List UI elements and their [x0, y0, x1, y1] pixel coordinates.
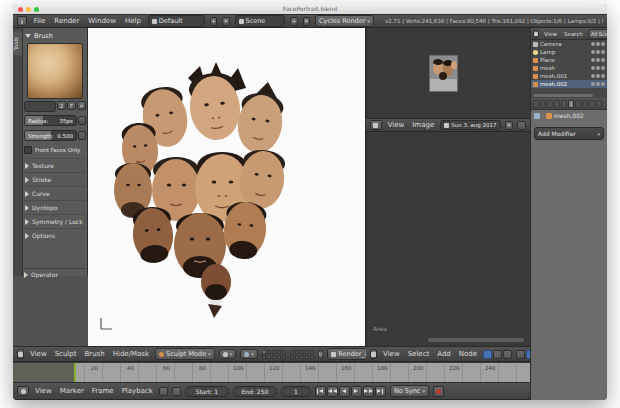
layer-cell[interactable] [295, 355, 299, 359]
jump-to-end-button[interactable] [375, 386, 386, 397]
menu-timeline-view[interactable]: View [33, 387, 54, 395]
panel-curve[interactable]: Curve [24, 186, 86, 200]
image-editor-canvas[interactable] [366, 28, 530, 118]
layer-cell[interactable] [277, 350, 281, 354]
layer-cell[interactable] [295, 350, 299, 354]
front-faces-only-row[interactable]: Front Faces Only [24, 146, 86, 154]
outliner-row-mesh[interactable]: mesh [531, 64, 607, 72]
renderability-icon[interactable] [601, 66, 605, 70]
renderability-icon[interactable] [601, 74, 605, 78]
layer-cell[interactable] [262, 350, 266, 354]
node-backdrop-toggle[interactable] [516, 350, 525, 359]
panel-dyntopo[interactable]: Dyntopo [24, 200, 86, 214]
screen-layout-add-button[interactable]: + [210, 17, 217, 26]
image-datablock-selector[interactable]: Sun 3. aug 2017 [440, 120, 500, 130]
layer-cell[interactable] [272, 355, 276, 359]
brush-unlink-button[interactable]: ✕ [77, 101, 86, 110]
selectability-icon[interactable] [596, 50, 600, 54]
selectability-icon[interactable] [596, 74, 600, 78]
renderability-icon[interactable] [601, 50, 605, 54]
snap-magnet-toggle[interactable]: U [318, 350, 324, 359]
layer-cell[interactable] [310, 350, 314, 354]
tab-scene[interactable] [547, 100, 553, 108]
add-modifier-button[interactable]: Add Modifier ▾ [534, 127, 604, 140]
preview-range-toggle[interactable] [159, 387, 168, 396]
next-keyframe-button[interactable] [363, 386, 374, 397]
tab-object[interactable] [561, 100, 567, 108]
lock-frame-toggle[interactable] [172, 387, 181, 396]
strength-pressure-toggle[interactable] [78, 131, 86, 140]
strength-slider[interactable]: Strength: 0.500 [24, 130, 77, 141]
menu-node-select[interactable]: Select [406, 350, 432, 358]
scene-selector[interactable]: Scene [235, 15, 286, 27]
layer-cell[interactable] [305, 350, 309, 354]
visibility-eye-icon[interactable] [591, 58, 595, 62]
menu-playback[interactable]: Playback [120, 387, 155, 395]
layer-cell[interactable] [310, 355, 314, 359]
menu-node-add[interactable]: Add [435, 350, 453, 358]
end-frame-field[interactable]: End: 250 [233, 386, 277, 397]
panel-stroke[interactable]: Stroke [24, 172, 86, 186]
menu-node[interactable]: Node [457, 350, 479, 358]
visibility-eye-icon[interactable] [591, 42, 595, 46]
menu-file[interactable]: File [32, 17, 48, 25]
selectability-icon[interactable] [596, 82, 600, 86]
layer-buttons-group-1[interactable] [262, 350, 286, 359]
menu-help[interactable]: Help [123, 17, 143, 25]
outliner-row-camera[interactable]: Camera [531, 40, 607, 48]
menu-node-view[interactable]: View [381, 350, 402, 358]
radius-slider[interactable]: Radius: 35px [24, 115, 77, 126]
layer-cell[interactable] [282, 350, 286, 354]
image-unlink-button[interactable]: ✕ [505, 121, 514, 130]
outliner-display-mode[interactable]: All Scenes [588, 29, 607, 39]
front-faces-only-checkbox[interactable] [24, 146, 32, 154]
editor-type-node-icon[interactable] [370, 349, 377, 359]
visibility-eye-icon[interactable] [591, 66, 595, 70]
prev-keyframe-button[interactable] [327, 386, 338, 397]
menu-sculpt[interactable]: Sculpt [53, 350, 79, 358]
tab-object-data[interactable] [575, 100, 581, 108]
play-reverse-button[interactable] [339, 386, 350, 397]
editor-type-image-icon[interactable] [370, 120, 382, 130]
panel-texture[interactable]: Texture [24, 158, 86, 172]
menu-outliner-view[interactable]: View [542, 31, 559, 37]
layer-cell[interactable] [300, 355, 304, 359]
renderability-icon[interactable] [601, 82, 605, 86]
renderability-icon[interactable] [601, 58, 605, 62]
node-editor-canvas[interactable]: Area [366, 132, 530, 346]
layer-cell[interactable] [300, 350, 304, 354]
pivot-point-selector[interactable]: ▾ [240, 349, 258, 359]
tree-type-shader-button[interactable] [483, 350, 492, 359]
layer-cell[interactable] [282, 355, 286, 359]
tab-modifiers[interactable] [568, 100, 574, 108]
menu-image[interactable]: Image [410, 121, 436, 129]
tab-render[interactable] [533, 100, 539, 108]
current-frame-marker[interactable] [74, 363, 76, 383]
scene-delete-button[interactable]: ✕ [303, 17, 310, 26]
timeline-ruler[interactable]: 20 40 60 80 100 120 140 160 180 200 220 … [13, 362, 530, 382]
outliner-row-mesh-001[interactable]: mesh.001 [531, 72, 607, 80]
panel-symmetry-lock[interactable]: Symmetry / Lock [24, 214, 86, 228]
operator-panel-header[interactable]: Operator [24, 268, 86, 278]
brush-fake-user-button[interactable]: F [67, 101, 76, 110]
sync-mode-selector[interactable]: No Sync ▾ [390, 385, 429, 397]
selectability-icon[interactable] [596, 58, 600, 62]
auto-keyframe-record-button[interactable] [433, 386, 444, 397]
selectability-icon[interactable] [596, 66, 600, 70]
brush-panel-header[interactable]: Brush [24, 30, 86, 42]
editor-type-3dview-icon[interactable] [17, 349, 24, 359]
tab-texture[interactable] [589, 100, 595, 108]
mode-selector[interactable]: Sculpt Mode ▾ [155, 348, 215, 360]
layer-cell[interactable] [290, 355, 294, 359]
menu-image-view[interactable]: View [386, 121, 407, 129]
layer-cell[interactable] [262, 355, 266, 359]
scene-add-button[interactable]: + [290, 17, 297, 26]
outliner-row-lamp[interactable]: Lamp [531, 48, 607, 56]
menu-brush[interactable]: Brush [83, 350, 107, 358]
editor-type-outliner-icon[interactable] [533, 30, 539, 38]
layer-cell[interactable] [305, 355, 309, 359]
tree-type-compositing-button[interactable] [493, 350, 502, 359]
menu-frame[interactable]: Frame [90, 387, 116, 395]
viewport-3d[interactable] [88, 28, 366, 346]
layer-cell[interactable] [272, 350, 276, 354]
